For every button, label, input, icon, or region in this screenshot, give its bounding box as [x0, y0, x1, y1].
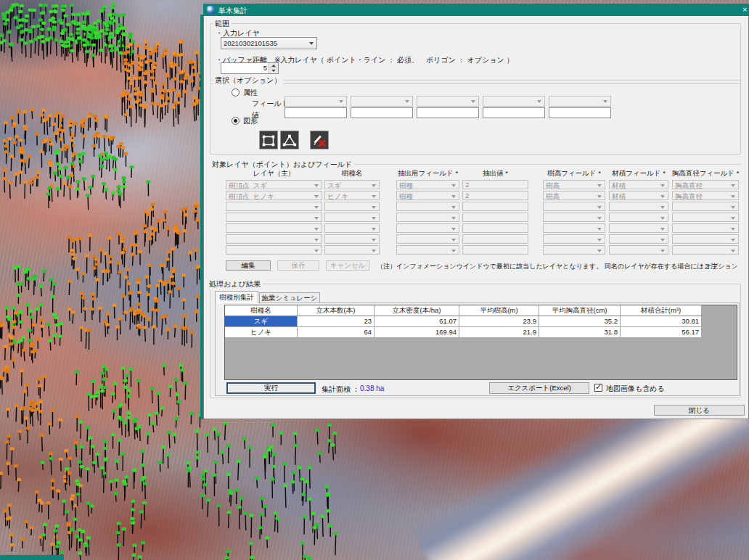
target-grid-input[interactable]: [462, 223, 528, 233]
results-cell[interactable]: 23.9: [459, 316, 539, 327]
target-grid-combo[interactable]: [672, 223, 739, 233]
chevron-down-icon: [314, 239, 319, 242]
target-grid-combo[interactable]: [396, 213, 459, 222]
results-column-header[interactable]: 樹種名: [225, 305, 298, 316]
attribute-field-combo[interactable]: [417, 96, 479, 107]
results-column-header[interactable]: 立木本数(本): [298, 305, 374, 316]
target-grid-combo[interactable]: 樹頂点_スギ: [226, 180, 322, 189]
attribute-field-combo[interactable]: [351, 96, 413, 107]
target-grid-combo[interactable]: [324, 234, 380, 244]
target-grid-combo[interactable]: 樹頂点_ヒノキ: [226, 191, 322, 200]
target-grid-combo[interactable]: ヒノキ: [324, 191, 380, 200]
target-grid-input[interactable]: 2: [462, 191, 528, 200]
stepper-up-icon[interactable]: [269, 63, 278, 68]
target-grid-combo[interactable]: [543, 213, 605, 222]
target-grid-combo[interactable]: [609, 245, 668, 255]
results-cell[interactable]: 64: [298, 327, 374, 338]
target-grid-combo[interactable]: [609, 234, 668, 244]
target-grid-combo[interactable]: 胸高直径: [672, 191, 739, 200]
target-grid-combo[interactable]: [672, 234, 739, 244]
target-grid-input[interactable]: 2: [462, 180, 528, 189]
target-grid-combo[interactable]: [543, 234, 605, 244]
results-column-header[interactable]: 平均胸高直径(cm): [539, 305, 621, 316]
results-cell[interactable]: 35.2: [539, 316, 621, 327]
target-grid-combo[interactable]: [609, 202, 668, 211]
target-grid-combo[interactable]: 樹種: [396, 191, 459, 200]
dialog-titlebar[interactable]: 単木集計 ×: [203, 4, 749, 16]
results-cell[interactable]: 21.9: [459, 327, 539, 338]
save-button[interactable]: 保存: [277, 260, 319, 271]
target-grid-combo[interactable]: [226, 202, 322, 211]
attribute-field-combo[interactable]: [285, 96, 347, 107]
target-grid-combo[interactable]: 材積: [609, 180, 668, 189]
target-grid-combo[interactable]: [226, 245, 322, 255]
results-cell[interactable]: ヒノキ: [225, 327, 298, 338]
results-column-header[interactable]: 平均樹高(m): [459, 305, 539, 316]
attribute-radio[interactable]: [232, 88, 240, 96]
tab-species-summary[interactable]: 樹種別集計: [215, 291, 258, 303]
results-cell[interactable]: 61.07: [374, 316, 459, 327]
attribute-value-input[interactable]: [549, 107, 611, 118]
stepper-down-icon[interactable]: [269, 68, 278, 73]
results-cell[interactable]: 31.8: [539, 327, 621, 338]
target-grid-combo[interactable]: [672, 213, 739, 222]
shape-radio[interactable]: [232, 117, 240, 125]
results-cell[interactable]: 23: [298, 316, 374, 327]
attribute-value-input[interactable]: [417, 107, 479, 118]
target-grid-combo[interactable]: 胸高直径: [672, 180, 739, 189]
target-grid-input[interactable]: [462, 245, 528, 255]
attribute-value-input[interactable]: [285, 107, 347, 118]
results-column-header[interactable]: 材積合計(m³): [621, 305, 702, 316]
results-cell[interactable]: 169.94: [374, 327, 459, 338]
stepper-arrows[interactable]: [269, 63, 278, 73]
edit-button[interactable]: 編集: [226, 260, 271, 271]
buffer-distance-stepper[interactable]: 5: [221, 62, 279, 74]
close-icon[interactable]: ×: [742, 5, 749, 14]
target-grid-combo[interactable]: [543, 202, 605, 211]
target-grid-combo[interactable]: [324, 213, 380, 222]
target-grid-combo[interactable]: [609, 223, 668, 233]
run-button[interactable]: 実行: [226, 382, 316, 394]
target-grid-combo[interactable]: [543, 223, 605, 233]
target-grid-input[interactable]: [462, 202, 528, 211]
target-grid-combo[interactable]: [396, 202, 459, 211]
tab-operation-simulation[interactable]: 施業シミュレーション: [259, 292, 320, 303]
dialog-close-button[interactable]: 閉じる: [654, 405, 745, 416]
target-grid-input[interactable]: [462, 213, 528, 222]
target-grid-combo[interactable]: [543, 245, 605, 255]
target-grid-combo[interactable]: 樹高: [543, 180, 605, 189]
export-excel-button[interactable]: エクスポート(Excel): [489, 382, 589, 394]
target-grid-combo[interactable]: [396, 234, 459, 244]
target-grid-combo[interactable]: [324, 223, 380, 233]
target-grid-combo[interactable]: [672, 245, 739, 255]
target-grid-combo[interactable]: 樹種: [396, 180, 459, 189]
results-cell[interactable]: 56.17: [621, 327, 702, 338]
results-column-header[interactable]: 立木密度(本/ha): [374, 305, 459, 316]
clear-selection-button[interactable]: [310, 131, 329, 149]
attribute-value-input[interactable]: [351, 107, 413, 118]
results-table[interactable]: 樹種名立木本数(本)立木密度(本/ha)平均樹高(m)平均胸高直径(cm)材積合…: [224, 305, 737, 380]
target-grid-combo[interactable]: [396, 245, 459, 255]
attribute-value-input[interactable]: [483, 107, 545, 118]
target-grid-combo[interactable]: [609, 213, 668, 222]
target-grid-combo[interactable]: [324, 202, 380, 211]
attribute-field-combo[interactable]: [483, 96, 545, 107]
target-grid-combo[interactable]: [396, 223, 459, 233]
target-grid-combo[interactable]: [226, 234, 322, 244]
target-grid-combo[interactable]: [672, 202, 739, 211]
target-grid-combo[interactable]: [324, 245, 380, 255]
results-cell[interactable]: スギ: [225, 316, 298, 327]
target-grid-combo[interactable]: [226, 223, 322, 233]
rectangle-select-button[interactable]: [259, 131, 278, 149]
include-map-checkbox[interactable]: ✓: [594, 384, 602, 392]
target-grid-combo[interactable]: 材積: [609, 191, 668, 200]
cancel-button[interactable]: キャンセル: [326, 260, 369, 271]
attribute-field-combo[interactable]: [549, 96, 611, 107]
input-layer-combobox[interactable]: 20210302101535: [221, 37, 317, 49]
target-grid-combo[interactable]: スギ: [324, 180, 380, 189]
target-grid-input[interactable]: [462, 234, 528, 244]
results-cell[interactable]: 30.81: [621, 316, 702, 327]
target-grid-combo[interactable]: 樹高: [543, 191, 605, 200]
polygon-select-button[interactable]: [280, 131, 299, 149]
target-grid-combo[interactable]: [226, 213, 322, 222]
